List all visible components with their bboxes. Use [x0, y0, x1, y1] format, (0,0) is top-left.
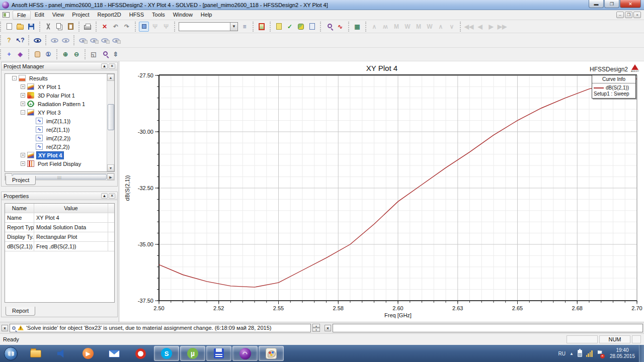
taskbar-ansoft-hfss[interactable]: ◠ — [232, 346, 258, 361]
property-row[interactable]: dB(S(2,1))Freq ,dB(S(2,1)) — [5, 242, 114, 251]
tree-item[interactable]: -XY Plot 3 — [5, 108, 114, 117]
filter-icon[interactable]: ≡ — [239, 22, 250, 32]
menu-hfss[interactable]: HFSS — [125, 11, 148, 20]
scroll-up-icon[interactable]: ▲ — [107, 74, 114, 81]
taskbar-media-player[interactable]: ▶ — [75, 346, 101, 361]
select-split-icon[interactable]: Ψ — [161, 22, 171, 32]
tree-item-label[interactable]: XY Plot 3 — [36, 109, 62, 116]
validate-icon[interactable] — [257, 22, 267, 32]
tree-item[interactable]: ∿re(Z(1,1)) — [5, 125, 114, 134]
min-icon[interactable]: W — [403, 22, 413, 32]
tree-item-label[interactable]: Radiation Pattern 1 — [36, 101, 87, 108]
plot-results-icon[interactable]: ∿ — [335, 22, 345, 32]
tab-report[interactable]: Report — [6, 307, 35, 316]
tree-item[interactable]: +XY Plot 4 — [5, 151, 114, 159]
mdi-restore-button[interactable]: ❐ — [625, 12, 632, 18]
panel-collapse-icon[interactable]: ▲ — [101, 63, 108, 69]
validation-check-icon[interactable] — [274, 22, 284, 32]
clock[interactable]: 19:40 28.05.2015 — [610, 347, 635, 359]
scrollbar-thumb[interactable] — [108, 104, 114, 130]
action-center-icon[interactable] — [597, 350, 604, 357]
property-value[interactable]: Freq ,dB(S(2,1)) — [34, 242, 108, 251]
menu-file[interactable]: File — [13, 11, 31, 20]
minimize-button[interactable]: ▬ — [589, 0, 604, 8]
last-icon[interactable]: ▶▶ — [497, 22, 507, 32]
expand-icon[interactable]: + — [21, 93, 25, 98]
tree-item[interactable]: ∿im(Z(1,1)) — [5, 117, 114, 125]
tree-item[interactable]: -Results — [5, 74, 114, 82]
analyze-icon[interactable] — [296, 22, 306, 32]
network-icon[interactable] — [586, 350, 593, 357]
mdi-child-icon[interactable] — [3, 12, 10, 18]
property-row[interactable]: Display Ty...Rectangular Plot — [5, 232, 114, 242]
pan-hand-icon[interactable] — [32, 49, 42, 59]
tree-item[interactable]: +Radiation Pattern 1 — [5, 100, 114, 108]
zoom-in-area-icon[interactable]: ⊕ — [60, 49, 70, 59]
message-close-icon[interactable]: x — [325, 325, 331, 331]
expand-icon[interactable]: + — [21, 84, 25, 89]
close-button[interactable]: ✕ — [620, 0, 641, 8]
hide-lock-3-icon[interactable] — [100, 35, 110, 45]
fit-window-icon[interactable]: ◱ — [89, 49, 99, 59]
expand-icon[interactable]: + — [21, 102, 25, 106]
menu-help[interactable]: Help — [197, 11, 216, 20]
undo-icon[interactable]: ↶ — [111, 22, 121, 32]
show-desktop-button[interactable] — [639, 345, 644, 362]
show-selection-icon[interactable] — [60, 35, 70, 45]
taskbar-volume[interactable] — [49, 346, 74, 361]
open-icon[interactable] — [15, 22, 25, 32]
max-marker-icon[interactable]: ʍ — [380, 22, 390, 32]
copy-icon[interactable] — [54, 22, 64, 32]
menu-tools[interactable]: Tools — [148, 11, 169, 20]
mdi-minimize-button[interactable]: – — [616, 12, 624, 18]
hide-lock-2-icon[interactable] — [89, 35, 99, 45]
select-object-icon[interactable] — [139, 22, 149, 32]
previous-icon[interactable]: ◀ — [475, 22, 485, 32]
hide-lock-1-icon[interactable] — [77, 35, 88, 45]
menu-view[interactable]: View — [48, 11, 68, 20]
property-value[interactable]: Rectangular Plot — [34, 232, 108, 241]
tree-item-label[interactable]: re(Z(1,1)) — [45, 126, 71, 133]
max-icon[interactable]: M — [391, 22, 401, 32]
taskbar-paint[interactable] — [259, 346, 284, 361]
select-detach-icon[interactable]: Ψ — [150, 22, 160, 32]
message-spinner[interactable]: ▴▾ — [312, 324, 320, 332]
tree-item-label[interactable]: im(Z(2,2)) — [45, 135, 72, 142]
paste-icon[interactable] — [65, 22, 75, 32]
material-combobox[interactable]: ▼ — [179, 22, 238, 31]
help-tip-icon[interactable]: ? — [4, 35, 14, 45]
chevron-down-icon[interactable]: ▼ — [230, 23, 237, 31]
tree-item[interactable]: +3D Polar Plot 1 — [5, 91, 114, 100]
property-value[interactable]: XY Plot 4 — [34, 213, 108, 222]
tree-item[interactable]: ∿im(Z(2,2)) — [5, 134, 114, 142]
tree-vertical-scrollbar[interactable]: ▲ ▼ — [107, 74, 114, 171]
tree-item[interactable]: +Port Field Display — [5, 159, 114, 168]
tree-item-label[interactable]: XY Plot 4 — [36, 151, 64, 159]
expand-icon[interactable]: + — [21, 161, 25, 166]
language-indicator[interactable]: RU — [558, 351, 566, 356]
tree-item-label[interactable]: 3D Polar Plot 1 — [36, 92, 76, 99]
delete-icon[interactable]: ✕ — [100, 22, 110, 32]
mdi-close-button[interactable]: × — [633, 12, 641, 18]
tree-item-label[interactable]: re(Z(2,2)) — [45, 143, 71, 150]
taskbar-explorer[interactable] — [23, 346, 48, 361]
tab-project[interactable]: Project — [6, 176, 36, 185]
menu-project[interactable]: Project — [68, 11, 93, 20]
boolean-plus-icon[interactable]: + — [4, 49, 14, 59]
tray-expand-icon[interactable]: ▲ — [570, 351, 574, 356]
peak-up-icon[interactable]: ∧ — [436, 22, 446, 32]
expand-icon[interactable]: + — [21, 153, 25, 157]
collapse-icon[interactable]: - — [12, 76, 17, 80]
export-report-icon[interactable] — [307, 22, 317, 32]
redo-icon[interactable]: ↷ — [122, 22, 132, 32]
combo-value[interactable] — [179, 23, 230, 31]
analyze-all-icon[interactable]: ✓ — [285, 22, 295, 32]
panel-close-icon[interactable]: ✕ — [109, 63, 115, 69]
zoom-out-area-icon[interactable]: ⊖ — [71, 49, 82, 59]
taskbar-utorrent[interactable]: µ — [180, 346, 205, 361]
menu-window[interactable]: Window — [169, 11, 197, 20]
hide-selection-icon[interactable] — [49, 35, 59, 45]
panel-collapse-icon[interactable]: ▲ — [101, 193, 108, 199]
scroll-right-icon[interactable]: ▶ — [107, 173, 114, 180]
context-help-icon[interactable]: ↖? — [15, 35, 25, 45]
